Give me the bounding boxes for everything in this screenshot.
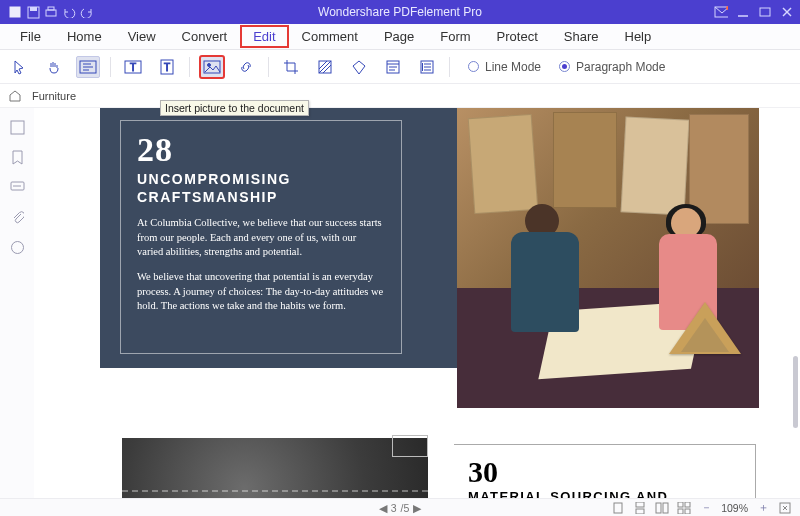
add-text-v-icon[interactable]: T [155, 56, 179, 78]
svg-rect-42 [656, 503, 661, 513]
radio-checked-icon [559, 61, 570, 72]
menu-page[interactable]: Page [372, 26, 426, 47]
menu-form[interactable]: Form [428, 26, 482, 47]
edit-region-tool-icon[interactable] [76, 56, 100, 78]
svg-rect-9 [760, 8, 770, 16]
menu-bar: File Home View Convert Edit Comment Page… [0, 24, 800, 50]
menu-convert[interactable]: Convert [170, 26, 240, 47]
title-bar: Wondershare PDFelement Pro [0, 0, 800, 24]
svg-rect-5 [48, 7, 54, 10]
scrollbar-thumb[interactable] [793, 356, 798, 428]
radio-icon [468, 61, 479, 72]
separator [449, 57, 450, 77]
breadcrumb-bar: Furniture [0, 84, 800, 108]
svg-rect-35 [11, 121, 24, 134]
zoom-in-icon[interactable]: ＋ [756, 501, 770, 515]
craftsmanship-photo [457, 108, 759, 408]
fit-page-icon[interactable] [778, 501, 792, 515]
svg-text:T: T [130, 62, 136, 73]
svg-rect-44 [678, 502, 683, 507]
page-indicator[interactable]: ◀ 3 /5 ▶ [379, 502, 422, 514]
svg-rect-43 [663, 503, 668, 513]
document-name[interactable]: Furniture [32, 90, 76, 102]
crop-tool-icon[interactable] [279, 56, 303, 78]
view-facing-icon[interactable] [655, 501, 669, 515]
attachments-panel-icon[interactable] [8, 208, 26, 226]
svg-rect-47 [685, 509, 690, 514]
annotations-panel-icon[interactable] [8, 238, 26, 256]
left-panel-rail [0, 108, 34, 498]
section-number: 30 [468, 455, 741, 489]
svg-point-38 [11, 241, 23, 253]
mail-icon[interactable] [714, 5, 728, 19]
view-facing-continuous-icon[interactable] [677, 501, 691, 515]
menu-protect[interactable]: Protect [485, 26, 550, 47]
svg-rect-40 [636, 502, 644, 507]
section-paragraph-2: We believe that uncovering that potentia… [137, 270, 385, 314]
home-icon[interactable] [8, 89, 22, 102]
link-tool-icon[interactable] [234, 56, 258, 78]
print-icon[interactable] [44, 5, 58, 19]
add-text-h-icon[interactable]: T [121, 56, 145, 78]
section-number: 28 [137, 131, 385, 169]
maximize-icon[interactable] [758, 5, 772, 19]
watermark-tool-icon[interactable] [313, 56, 337, 78]
separator [189, 57, 190, 77]
view-single-icon[interactable] [611, 501, 625, 515]
menu-home[interactable]: Home [55, 26, 114, 47]
menu-help[interactable]: Help [613, 26, 664, 47]
app-logo-icon [8, 5, 22, 19]
line-mode-label: Line Mode [485, 60, 541, 74]
page-content: 28 UNCOMPROMISING CRAFTSMANSHIP At Colum… [82, 108, 754, 410]
zoom-value: 109% [721, 502, 748, 514]
section-paragraph-1: At Columbia Collective, we believe that … [137, 216, 385, 260]
menu-share[interactable]: Share [552, 26, 611, 47]
menu-comment[interactable]: Comment [290, 26, 370, 47]
comments-panel-icon[interactable] [8, 178, 26, 196]
svg-rect-3 [30, 7, 37, 11]
add-image-tool-icon[interactable] [200, 56, 224, 78]
svg-rect-0 [9, 6, 21, 18]
page-total: /5 [401, 502, 410, 514]
undo-icon[interactable] [62, 5, 76, 19]
menu-file[interactable]: File [8, 26, 53, 47]
bookmark-panel-icon[interactable] [8, 148, 26, 166]
redo-icon[interactable] [80, 5, 94, 19]
edit-toolbar: T T Line Mode Paragraph Mode [0, 50, 800, 84]
minimize-icon[interactable] [736, 5, 750, 19]
line-mode-option[interactable]: Line Mode [468, 60, 541, 74]
prev-page-icon[interactable]: ◀ [379, 502, 387, 514]
svg-point-21 [208, 63, 211, 66]
header-footer-tool-icon[interactable] [381, 56, 405, 78]
svg-line-24 [319, 61, 327, 69]
separator [110, 57, 111, 77]
small-rect-icon [392, 435, 428, 457]
svg-rect-39 [614, 503, 622, 513]
close-icon[interactable] [780, 5, 794, 19]
svg-rect-45 [685, 502, 690, 507]
paragraph-mode-option[interactable]: Paragraph Mode [559, 60, 665, 74]
app-title: Wondershare PDFelement Pro [0, 5, 800, 19]
paragraph-mode-label: Paragraph Mode [576, 60, 665, 74]
svg-rect-41 [636, 509, 644, 514]
menu-view[interactable]: View [116, 26, 168, 47]
separator [268, 57, 269, 77]
status-bar: ◀ 3 /5 ▶ － 109% ＋ [0, 498, 800, 516]
background-tool-icon[interactable] [347, 56, 371, 78]
menu-edit[interactable]: Edit [241, 26, 287, 47]
svg-rect-46 [678, 509, 683, 514]
page-current: 3 [391, 502, 397, 514]
tooltip: Insert picture to the document [160, 100, 309, 116]
zoom-out-icon[interactable]: － [699, 501, 713, 515]
next-page-icon[interactable]: ▶ [413, 502, 421, 514]
thumbnails-panel-icon[interactable] [8, 118, 26, 136]
svg-rect-4 [46, 10, 56, 16]
hand-tool-icon[interactable] [42, 56, 66, 78]
bates-tool-icon[interactable] [415, 56, 439, 78]
select-tool-icon[interactable] [8, 56, 32, 78]
scrollbar-track[interactable] [788, 108, 800, 498]
document-viewport[interactable]: 28 UNCOMPROMISING CRAFTSMANSHIP At Colum… [34, 108, 788, 498]
save-icon[interactable] [26, 5, 40, 19]
view-continuous-icon[interactable] [633, 501, 647, 515]
svg-line-25 [323, 65, 331, 73]
